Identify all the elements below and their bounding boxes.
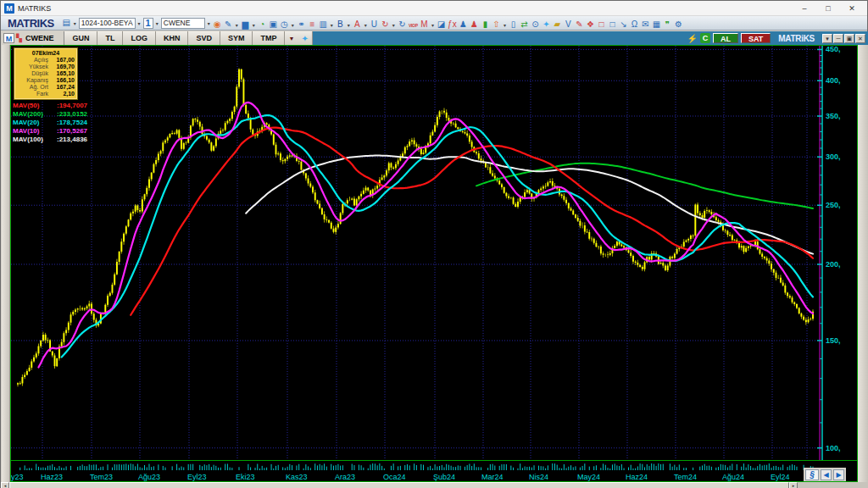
chart-mode-button-sym[interactable]: SYM <box>220 31 253 45</box>
toolbar-icons: ◉✎▾▆▾◔▣◷▾⚭≡▥▾B▾A▾U↻▾↻VIOPM▾◪ƒx♟♟▮⇧▾▯⇄⊙✦▰… <box>212 15 684 31</box>
chart-mode-button-khn[interactable]: KHN <box>156 31 189 45</box>
trendline-tool-icon[interactable]: ✎ <box>223 19 234 30</box>
workspace-dropdown[interactable]: ▾ <box>136 20 142 26</box>
maximize-button[interactable]: □ <box>816 4 840 13</box>
next-page-button[interactable]: ▶ <box>833 469 844 480</box>
scroll-left-button[interactable]: ◂ <box>1 482 9 488</box>
calculator-icon[interactable]: ▦ <box>651 19 662 30</box>
chat-icon[interactable]: ❞ <box>662 19 673 30</box>
formula-icon[interactable]: ƒx <box>447 19 458 30</box>
sell-button[interactable]: SAT <box>741 33 771 43</box>
bold-icon-dropdown[interactable]: ▾ <box>346 23 352 28</box>
horizontal-scrollbar[interactable]: ◂ ▸ <box>1 482 868 488</box>
clock-icon-dropdown[interactable]: ▾ <box>290 23 296 28</box>
v-icon[interactable]: V <box>563 19 574 30</box>
page-combo[interactable]: 1 <box>143 18 153 29</box>
bell-icon[interactable]: Ω <box>629 19 640 30</box>
symbol-dropdown[interactable]: ▾ <box>206 20 212 26</box>
handshake-icon[interactable]: ⚭ <box>296 19 307 30</box>
chart-close-button[interactable]: ✕ <box>855 34 865 43</box>
font-color-icon[interactable]: A <box>352 19 363 30</box>
matriks-m-icon[interactable]: M <box>419 19 430 30</box>
window-title: MATRIKS <box>18 4 51 13</box>
realtime-lightning-icon[interactable]: ⚡ <box>687 34 697 43</box>
chart-type-icon-dropdown[interactable]: ▾ <box>251 23 257 28</box>
currency-exchange-icon[interactable]: ⇄ <box>519 19 530 30</box>
chart-maximize-button[interactable]: ▣ <box>844 34 854 43</box>
user-icon[interactable]: ♟ <box>458 19 469 30</box>
left-panel-strip[interactable] <box>2 45 10 482</box>
prev-page-button[interactable]: ◀ <box>821 469 832 480</box>
svg-text:Haz23: Haz23 <box>41 473 63 481</box>
clock-icon[interactable]: ◷ <box>279 19 290 30</box>
traffic-light-icon[interactable]: ▮ <box>480 19 491 30</box>
user-chart-icon[interactable]: ♟ <box>469 19 480 30</box>
sync-icon[interactable]: § <box>805 469 819 480</box>
ledger-icon-dropdown[interactable]: ▾ <box>329 23 335 28</box>
refresh-icon-dropdown[interactable]: ▾ <box>391 23 397 28</box>
svg-text:400,: 400, <box>826 76 841 85</box>
svg-text:100,: 100, <box>826 444 841 452</box>
mini-chart-icon[interactable]: ◪ <box>436 19 447 30</box>
refresh-icon[interactable]: ↻ <box>380 19 391 30</box>
monitor-icon[interactable]: ▣ <box>268 19 279 30</box>
buy-button[interactable]: AL <box>713 33 738 43</box>
save-dropdown[interactable]: ▾ <box>72 20 78 26</box>
matriks-m-icon-dropdown[interactable]: ▾ <box>430 23 436 28</box>
mail-icon[interactable]: ✉ <box>640 19 651 30</box>
documents-icon[interactable]: ▯ <box>508 19 519 30</box>
chart-mode-button-tmp[interactable]: TMP <box>253 31 285 45</box>
close-button[interactable]: ✕ <box>840 4 864 13</box>
svg-text:300,: 300, <box>826 152 841 161</box>
right-panel-strip[interactable] <box>858 45 868 482</box>
underline-icon[interactable]: U <box>369 19 380 30</box>
refresh-alt-icon[interactable]: ↻ <box>397 19 408 30</box>
new-window-icon[interactable]: □ <box>596 19 607 30</box>
market-depth-icon[interactable]: ≡ <box>307 19 318 30</box>
twitter-icon[interactable]: ✦ <box>541 19 552 30</box>
scrollbar-thumb[interactable] <box>9 482 789 488</box>
chart-canvas[interactable]: 450,400,350,300,250,200,150,100,y23Haz23… <box>10 45 858 482</box>
folder-icon[interactable]: ▰ <box>552 19 563 30</box>
search-icon[interactable]: ⊙ <box>530 19 541 30</box>
workspace-combo[interactable]: 1024-100-BEYA <box>79 18 136 29</box>
chart-mode-button-svd[interactable]: SVD <box>188 31 220 45</box>
period-dropdown[interactable]: ▼ <box>285 31 298 45</box>
window-chart-icon[interactable]: ❖ <box>585 19 596 30</box>
trendline-tool-icon-dropdown[interactable]: ▾ <box>234 23 240 28</box>
chart-mode-button-gun[interactable]: GUN <box>64 31 97 45</box>
chart-mode-button-tl[interactable]: TL <box>97 31 123 45</box>
symbol-combo[interactable]: CWENE <box>161 18 205 29</box>
new-window-alt-icon[interactable]: □ <box>607 19 618 30</box>
matriks-brand-logo: MATRIKS <box>8 17 54 30</box>
pie-chart-icon[interactable]: ◔ <box>257 19 268 30</box>
minimize-button[interactable]: – <box>793 4 816 13</box>
chart-system-icon[interactable]: M <box>3 33 14 43</box>
chart-favorite-icon[interactable]: ▚ <box>16 34 22 42</box>
export-icon-dropdown[interactable]: ▾ <box>502 23 508 28</box>
viop-icon[interactable]: VIOP <box>408 19 419 31</box>
page-dropdown[interactable]: ▾ <box>154 20 160 26</box>
svg-text:Haz24: Haz24 <box>626 473 648 481</box>
twitter-share-icon[interactable]: ✦ <box>298 31 312 45</box>
bold-icon[interactable]: B <box>335 19 346 30</box>
export-icon[interactable]: ⇧ <box>491 19 502 30</box>
svg-text:150,: 150, <box>826 336 841 345</box>
price-chart[interactable]: 450,400,350,300,250,200,150,100,y23Haz23… <box>11 46 859 483</box>
chart-mode-button-log[interactable]: LOG <box>123 31 156 45</box>
svg-text:Eki23: Eki23 <box>236 473 255 481</box>
chart-minimize-button[interactable]: ─ <box>833 34 843 43</box>
scroll-right-button[interactable]: ▸ <box>789 482 798 488</box>
user-edit-icon[interactable]: ✎ <box>574 19 585 30</box>
ledger-icon[interactable]: ▥ <box>318 19 329 30</box>
chart-restore-button[interactable]: ▾ <box>822 34 832 43</box>
svg-text:250,: 250, <box>826 201 841 209</box>
svg-text:200,: 200, <box>826 260 841 269</box>
save-icon[interactable]: ▤ <box>61 17 72 29</box>
zoom-icon[interactable]: ◉ <box>212 19 223 30</box>
minimize-all-icon[interactable]: ↘ <box>618 19 629 30</box>
settings-gears-icon[interactable]: ⚙ <box>673 19 684 30</box>
chart-type-icon[interactable]: ▆ <box>240 19 251 30</box>
font-color-icon-dropdown[interactable]: ▾ <box>363 23 369 28</box>
connection-icon[interactable]: C <box>700 33 710 43</box>
